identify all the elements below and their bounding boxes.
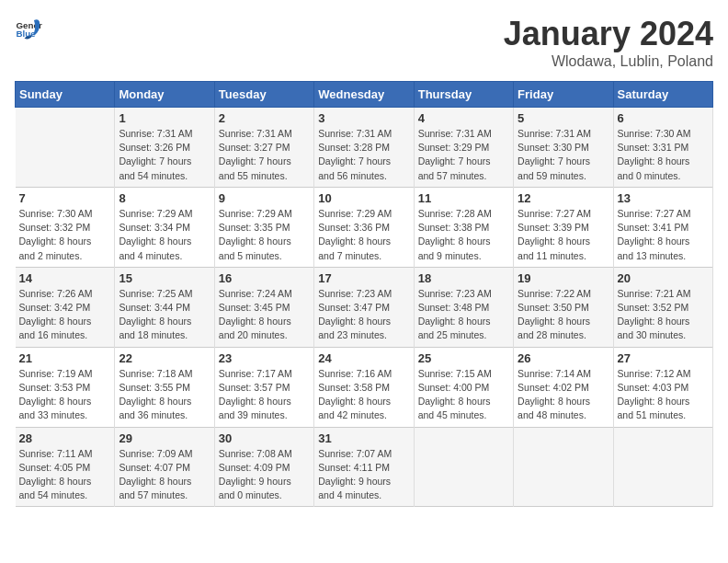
day-info: Sunrise: 7:27 AM Sunset: 3:39 PM Dayligh… — [518, 207, 609, 263]
calendar-subtitle: Wlodawa, Lublin, Poland — [504, 53, 713, 70]
calendar-day-cell: 12Sunrise: 7:27 AM Sunset: 3:39 PM Dayli… — [514, 187, 613, 267]
calendar-table: SundayMondayTuesdayWednesdayThursdayFrid… — [15, 81, 713, 507]
calendar-header-row: SundayMondayTuesdayWednesdayThursdayFrid… — [16, 82, 713, 108]
calendar-day-cell: 10Sunrise: 7:29 AM Sunset: 3:36 PM Dayli… — [314, 187, 414, 267]
day-number: 8 — [119, 191, 210, 205]
calendar-day-cell: 19Sunrise: 7:22 AM Sunset: 3:50 PM Dayli… — [514, 267, 613, 347]
day-info: Sunrise: 7:23 AM Sunset: 3:48 PM Dayligh… — [418, 287, 509, 343]
calendar-day-cell — [514, 427, 613, 507]
logo-icon: General Blue — [15, 15, 42, 42]
calendar-day-cell: 15Sunrise: 7:25 AM Sunset: 3:44 PM Dayli… — [115, 267, 214, 347]
calendar-day-cell: 22Sunrise: 7:18 AM Sunset: 3:55 PM Dayli… — [115, 347, 214, 427]
day-number: 3 — [318, 111, 409, 125]
calendar-day-cell: 26Sunrise: 7:14 AM Sunset: 4:02 PM Dayli… — [514, 347, 613, 427]
calendar-day-cell: 6Sunrise: 7:30 AM Sunset: 3:31 PM Daylig… — [613, 108, 712, 188]
day-number: 5 — [518, 111, 609, 125]
day-number: 28 — [19, 431, 111, 445]
day-info: Sunrise: 7:09 AM Sunset: 4:07 PM Dayligh… — [119, 447, 210, 503]
svg-text:Blue: Blue — [17, 29, 37, 39]
calendar-day-cell: 30Sunrise: 7:08 AM Sunset: 4:09 PM Dayli… — [214, 427, 313, 507]
day-number: 12 — [518, 191, 609, 205]
calendar-day-cell: 27Sunrise: 7:12 AM Sunset: 4:03 PM Dayli… — [613, 347, 712, 427]
calendar-day-cell: 28Sunrise: 7:11 AM Sunset: 4:05 PM Dayli… — [16, 427, 115, 507]
day-number: 11 — [418, 191, 509, 205]
calendar-day-cell: 7Sunrise: 7:30 AM Sunset: 3:32 PM Daylig… — [16, 187, 115, 267]
calendar-day-cell — [414, 427, 513, 507]
day-number: 19 — [518, 271, 609, 285]
calendar-week-row: 1Sunrise: 7:31 AM Sunset: 3:26 PM Daylig… — [16, 108, 713, 188]
day-info: Sunrise: 7:16 AM Sunset: 3:58 PM Dayligh… — [318, 367, 409, 423]
day-number: 9 — [219, 191, 310, 205]
day-number: 7 — [19, 191, 111, 205]
calendar-title: January 2024 — [504, 15, 713, 53]
calendar-day-header: Tuesday — [214, 82, 313, 108]
day-info: Sunrise: 7:29 AM Sunset: 3:34 PM Dayligh… — [119, 207, 210, 263]
calendar-day-cell: 16Sunrise: 7:24 AM Sunset: 3:45 PM Dayli… — [214, 267, 313, 347]
calendar-day-header: Sunday — [16, 82, 115, 108]
calendar-day-cell: 5Sunrise: 7:31 AM Sunset: 3:30 PM Daylig… — [514, 108, 613, 188]
day-number: 24 — [318, 351, 409, 365]
day-info: Sunrise: 7:17 AM Sunset: 3:57 PM Dayligh… — [219, 367, 310, 423]
calendar-day-cell: 24Sunrise: 7:16 AM Sunset: 3:58 PM Dayli… — [314, 347, 414, 427]
calendar-day-cell: 13Sunrise: 7:27 AM Sunset: 3:41 PM Dayli… — [613, 187, 712, 267]
day-info: Sunrise: 7:31 AM Sunset: 3:30 PM Dayligh… — [518, 127, 609, 183]
calendar-day-cell — [16, 108, 115, 188]
calendar-day-cell: 29Sunrise: 7:09 AM Sunset: 4:07 PM Dayli… — [115, 427, 214, 507]
title-area: January 2024 Wlodawa, Lublin, Poland — [504, 15, 713, 70]
day-info: Sunrise: 7:31 AM Sunset: 3:29 PM Dayligh… — [418, 127, 509, 183]
day-info: Sunrise: 7:27 AM Sunset: 3:41 PM Dayligh… — [618, 207, 709, 263]
page-header: General Blue January 2024 Wlodawa, Lubli… — [15, 15, 713, 70]
day-info: Sunrise: 7:28 AM Sunset: 3:38 PM Dayligh… — [418, 207, 509, 263]
calendar-day-cell: 8Sunrise: 7:29 AM Sunset: 3:34 PM Daylig… — [115, 187, 214, 267]
calendar-day-cell: 4Sunrise: 7:31 AM Sunset: 3:29 PM Daylig… — [414, 108, 513, 188]
day-number: 22 — [119, 351, 210, 365]
day-info: Sunrise: 7:26 AM Sunset: 3:42 PM Dayligh… — [19, 287, 111, 343]
day-info: Sunrise: 7:31 AM Sunset: 3:27 PM Dayligh… — [219, 127, 310, 183]
day-number: 14 — [19, 271, 111, 285]
day-number: 25 — [418, 351, 509, 365]
day-number: 27 — [618, 351, 709, 365]
day-number: 20 — [618, 271, 709, 285]
day-info: Sunrise: 7:29 AM Sunset: 3:35 PM Dayligh… — [219, 207, 310, 263]
calendar-day-header: Thursday — [414, 82, 513, 108]
calendar-day-cell: 25Sunrise: 7:15 AM Sunset: 4:00 PM Dayli… — [414, 347, 513, 427]
day-info: Sunrise: 7:11 AM Sunset: 4:05 PM Dayligh… — [19, 447, 111, 503]
day-info: Sunrise: 7:22 AM Sunset: 3:50 PM Dayligh… — [518, 287, 609, 343]
day-number: 6 — [618, 111, 709, 125]
calendar-day-cell: 18Sunrise: 7:23 AM Sunset: 3:48 PM Dayli… — [414, 267, 513, 347]
day-number: 23 — [219, 351, 310, 365]
day-number: 15 — [119, 271, 210, 285]
day-info: Sunrise: 7:23 AM Sunset: 3:47 PM Dayligh… — [318, 287, 409, 343]
calendar-day-cell: 23Sunrise: 7:17 AM Sunset: 3:57 PM Dayli… — [214, 347, 313, 427]
calendar-day-cell: 31Sunrise: 7:07 AM Sunset: 4:11 PM Dayli… — [314, 427, 414, 507]
calendar-day-header: Saturday — [613, 82, 712, 108]
calendar-day-cell: 1Sunrise: 7:31 AM Sunset: 3:26 PM Daylig… — [115, 108, 214, 188]
day-number: 10 — [318, 191, 409, 205]
calendar-day-cell: 14Sunrise: 7:26 AM Sunset: 3:42 PM Dayli… — [16, 267, 115, 347]
day-number: 31 — [318, 431, 409, 445]
logo: General Blue — [15, 15, 42, 42]
calendar-day-header: Monday — [115, 82, 214, 108]
day-info: Sunrise: 7:30 AM Sunset: 3:32 PM Dayligh… — [19, 207, 111, 263]
calendar-day-cell: 2Sunrise: 7:31 AM Sunset: 3:27 PM Daylig… — [214, 108, 313, 188]
day-info: Sunrise: 7:14 AM Sunset: 4:02 PM Dayligh… — [518, 367, 609, 423]
day-number: 26 — [518, 351, 609, 365]
day-number: 17 — [318, 271, 409, 285]
calendar-day-cell: 21Sunrise: 7:19 AM Sunset: 3:53 PM Dayli… — [16, 347, 115, 427]
day-info: Sunrise: 7:31 AM Sunset: 3:28 PM Dayligh… — [318, 127, 409, 183]
day-number: 30 — [219, 431, 310, 445]
calendar-day-header: Wednesday — [314, 82, 414, 108]
day-info: Sunrise: 7:21 AM Sunset: 3:52 PM Dayligh… — [618, 287, 709, 343]
day-info: Sunrise: 7:24 AM Sunset: 3:45 PM Dayligh… — [219, 287, 310, 343]
day-number: 21 — [19, 351, 111, 365]
calendar-week-row: 21Sunrise: 7:19 AM Sunset: 3:53 PM Dayli… — [16, 347, 713, 427]
calendar-week-row: 14Sunrise: 7:26 AM Sunset: 3:42 PM Dayli… — [16, 267, 713, 347]
day-info: Sunrise: 7:07 AM Sunset: 4:11 PM Dayligh… — [318, 447, 409, 503]
day-number: 4 — [418, 111, 509, 125]
day-number: 29 — [119, 431, 210, 445]
calendar-day-header: Friday — [514, 82, 613, 108]
calendar-week-row: 7Sunrise: 7:30 AM Sunset: 3:32 PM Daylig… — [16, 187, 713, 267]
day-number: 2 — [219, 111, 310, 125]
day-info: Sunrise: 7:19 AM Sunset: 3:53 PM Dayligh… — [19, 367, 111, 423]
calendar-day-cell: 20Sunrise: 7:21 AM Sunset: 3:52 PM Dayli… — [613, 267, 712, 347]
